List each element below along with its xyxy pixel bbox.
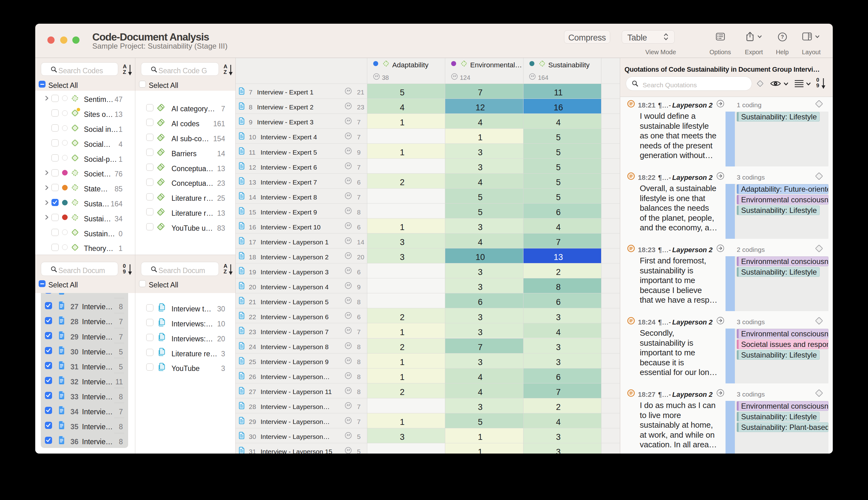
svg-text:?: ?: [781, 34, 784, 39]
